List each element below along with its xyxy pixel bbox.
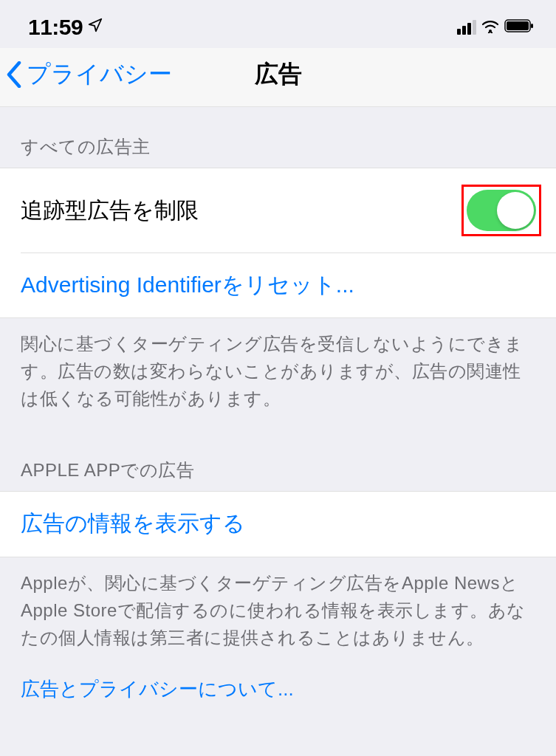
section-footer-advertisers: 関心に基づくターゲティング広告を受信しないようにできます。広告の数は変わらないこ… <box>0 318 556 413</box>
navigation-bar: プライバシー 広告 <box>0 48 556 107</box>
cell-group-advertisers: 追跡型広告を制限 Advertising Identifierをリセット... <box>0 168 556 318</box>
wifi-icon <box>481 18 500 36</box>
svg-rect-3 <box>531 24 533 28</box>
status-bar: 11:59 <box>0 0 556 48</box>
limit-ad-tracking-row: 追跡型広告を制限 <box>0 168 556 252</box>
section-footer-apple-ads: Appleが、関心に基づくターゲティング広告をApple NewsとApple … <box>0 557 556 652</box>
status-time: 11:59 <box>28 15 83 40</box>
toggle-knob <box>497 192 534 229</box>
cell-group-apple-ads: 広告の情報を表示する <box>0 491 556 557</box>
view-ad-information-button[interactable]: 広告の情報を表示する <box>0 492 556 557</box>
status-right <box>457 18 535 36</box>
status-left: 11:59 <box>28 15 103 40</box>
section-header-apple-ads: APPLE APPでの広告 <box>0 413 556 491</box>
reset-identifier-label: Advertising Identifierをリセット... <box>21 270 354 300</box>
cellular-signal-icon <box>457 20 476 35</box>
limit-ad-tracking-label: 追跡型広告を制限 <box>21 196 199 226</box>
back-button[interactable]: プライバシー <box>6 58 172 91</box>
highlight-annotation <box>461 185 541 236</box>
svg-point-0 <box>489 30 492 32</box>
limit-ad-tracking-toggle[interactable] <box>467 190 536 231</box>
battery-icon <box>504 18 535 36</box>
view-ad-info-label: 広告の情報を表示する <box>21 509 245 539</box>
about-ads-privacy-link[interactable]: 広告とプライバシーについて... <box>0 651 556 702</box>
svg-rect-2 <box>507 21 529 30</box>
back-label: プライバシー <box>27 58 172 91</box>
section-header-all-advertisers: すべての広告主 <box>0 107 556 168</box>
reset-advertising-identifier-button[interactable]: Advertising Identifierをリセット... <box>21 252 556 317</box>
chevron-left-icon <box>6 61 22 88</box>
location-services-icon <box>87 17 103 38</box>
